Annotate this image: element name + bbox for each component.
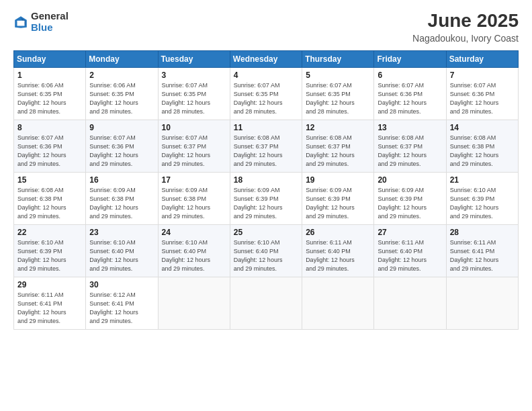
svg-rect-2	[17, 20, 25, 26]
header-saturday: Saturday	[446, 50, 518, 67]
header-wednesday: Wednesday	[230, 50, 302, 67]
table-row: 23Sunrise: 6:10 AM Sunset: 6:40 PM Dayli…	[86, 224, 158, 277]
day-info: Sunrise: 6:07 AM Sunset: 6:36 PM Dayligh…	[378, 81, 442, 116]
day-info: Sunrise: 6:10 AM Sunset: 6:39 PM Dayligh…	[450, 186, 515, 221]
day-number: 17	[162, 175, 226, 185]
table-row: 26Sunrise: 6:11 AM Sunset: 6:40 PM Dayli…	[302, 224, 374, 277]
table-row: 15Sunrise: 6:08 AM Sunset: 6:38 PM Dayli…	[14, 172, 86, 224]
table-row: 28Sunrise: 6:11 AM Sunset: 6:41 PM Dayli…	[446, 224, 518, 277]
day-info: Sunrise: 6:08 AM Sunset: 6:37 PM Dayligh…	[306, 134, 370, 169]
table-row: 5Sunrise: 6:07 AM Sunset: 6:35 PM Daylig…	[302, 67, 374, 120]
day-info: Sunrise: 6:09 AM Sunset: 6:39 PM Dayligh…	[378, 186, 442, 221]
day-number: 7	[450, 71, 515, 80]
day-number: 13	[378, 123, 442, 132]
day-info: Sunrise: 6:06 AM Sunset: 6:35 PM Dayligh…	[17, 81, 82, 116]
table-row: 16Sunrise: 6:09 AM Sunset: 6:38 PM Dayli…	[86, 172, 158, 224]
header-sunday: Sunday	[14, 50, 86, 67]
day-number: 24	[162, 228, 226, 237]
month-title: June 2025	[412, 11, 519, 32]
day-info: Sunrise: 6:08 AM Sunset: 6:38 PM Dayligh…	[17, 186, 82, 221]
table-row: 18Sunrise: 6:09 AM Sunset: 6:39 PM Dayli…	[230, 172, 302, 224]
day-number: 14	[450, 123, 515, 132]
day-info: Sunrise: 6:11 AM Sunset: 6:41 PM Dayligh…	[450, 238, 515, 273]
calendar-header-row: Sunday Monday Tuesday Wednesday Thursday…	[14, 50, 519, 67]
day-number: 15	[17, 175, 82, 185]
day-info: Sunrise: 6:07 AM Sunset: 6:36 PM Dayligh…	[17, 134, 82, 169]
header: General Blue June 2025 Nagadoukou, Ivory…	[13, 11, 519, 44]
day-number: 3	[162, 71, 226, 80]
table-row: 10Sunrise: 6:07 AM Sunset: 6:37 PM Dayli…	[158, 120, 230, 172]
day-info: Sunrise: 6:10 AM Sunset: 6:40 PM Dayligh…	[234, 238, 298, 273]
calendar-table: Sunday Monday Tuesday Wednesday Thursday…	[13, 50, 519, 330]
day-info: Sunrise: 6:07 AM Sunset: 6:35 PM Dayligh…	[306, 81, 370, 116]
table-row: 19Sunrise: 6:09 AM Sunset: 6:39 PM Dayli…	[302, 172, 374, 224]
table-row	[230, 277, 302, 329]
day-info: Sunrise: 6:09 AM Sunset: 6:39 PM Dayligh…	[234, 186, 298, 221]
day-info: Sunrise: 6:11 AM Sunset: 6:40 PM Dayligh…	[378, 238, 442, 273]
day-number: 11	[234, 123, 298, 132]
table-row	[446, 277, 518, 329]
header-friday: Friday	[374, 50, 446, 67]
day-number: 25	[234, 228, 298, 237]
calendar-week-1: 1Sunrise: 6:06 AM Sunset: 6:35 PM Daylig…	[14, 67, 519, 120]
table-row	[158, 277, 230, 329]
logo: General Blue	[13, 11, 69, 33]
day-info: Sunrise: 6:10 AM Sunset: 6:40 PM Dayligh…	[162, 238, 226, 273]
table-row: 30Sunrise: 6:12 AM Sunset: 6:41 PM Dayli…	[86, 277, 158, 329]
day-number: 22	[17, 228, 82, 237]
day-number: 18	[234, 175, 298, 185]
calendar-week-5: 29Sunrise: 6:11 AM Sunset: 6:41 PM Dayli…	[14, 277, 519, 329]
page: General Blue June 2025 Nagadoukou, Ivory…	[0, 0, 532, 411]
table-row: 29Sunrise: 6:11 AM Sunset: 6:41 PM Dayli…	[14, 277, 86, 329]
table-row: 24Sunrise: 6:10 AM Sunset: 6:40 PM Dayli…	[158, 224, 230, 277]
table-row: 6Sunrise: 6:07 AM Sunset: 6:36 PM Daylig…	[374, 67, 446, 120]
table-row: 27Sunrise: 6:11 AM Sunset: 6:40 PM Dayli…	[374, 224, 446, 277]
day-info: Sunrise: 6:11 AM Sunset: 6:41 PM Dayligh…	[17, 291, 82, 326]
day-info: Sunrise: 6:07 AM Sunset: 6:36 PM Dayligh…	[89, 134, 154, 169]
table-row: 1Sunrise: 6:06 AM Sunset: 6:35 PM Daylig…	[14, 67, 86, 120]
table-row: 8Sunrise: 6:07 AM Sunset: 6:36 PM Daylig…	[14, 120, 86, 172]
logo-general: General	[31, 11, 69, 22]
day-number: 9	[89, 123, 154, 132]
day-number: 4	[234, 71, 298, 80]
day-number: 16	[89, 175, 154, 185]
day-info: Sunrise: 6:11 AM Sunset: 6:40 PM Dayligh…	[306, 238, 370, 273]
table-row: 17Sunrise: 6:09 AM Sunset: 6:38 PM Dayli…	[158, 172, 230, 224]
table-row: 2Sunrise: 6:06 AM Sunset: 6:35 PM Daylig…	[86, 67, 158, 120]
day-number: 27	[378, 228, 442, 237]
table-row: 22Sunrise: 6:10 AM Sunset: 6:39 PM Dayli…	[14, 224, 86, 277]
day-number: 8	[17, 123, 82, 132]
day-number: 23	[89, 228, 154, 237]
day-number: 1	[17, 71, 82, 80]
day-info: Sunrise: 6:07 AM Sunset: 6:37 PM Dayligh…	[162, 134, 226, 169]
header-tuesday: Tuesday	[158, 50, 230, 67]
day-number: 12	[306, 123, 370, 132]
day-info: Sunrise: 6:08 AM Sunset: 6:37 PM Dayligh…	[234, 134, 298, 169]
day-number: 10	[162, 123, 226, 132]
day-number: 6	[378, 71, 442, 80]
table-row	[302, 277, 374, 329]
day-info: Sunrise: 6:12 AM Sunset: 6:41 PM Dayligh…	[89, 291, 154, 326]
day-info: Sunrise: 6:09 AM Sunset: 6:39 PM Dayligh…	[306, 186, 370, 221]
day-number: 26	[306, 228, 370, 237]
table-row	[374, 277, 446, 329]
location-title: Nagadoukou, Ivory Coast	[412, 33, 519, 44]
table-row: 11Sunrise: 6:08 AM Sunset: 6:37 PM Dayli…	[230, 120, 302, 172]
header-monday: Monday	[86, 50, 158, 67]
table-row: 12Sunrise: 6:08 AM Sunset: 6:37 PM Dayli…	[302, 120, 374, 172]
day-number: 20	[378, 175, 442, 185]
day-info: Sunrise: 6:07 AM Sunset: 6:35 PM Dayligh…	[234, 81, 298, 116]
table-row: 20Sunrise: 6:09 AM Sunset: 6:39 PM Dayli…	[374, 172, 446, 224]
day-info: Sunrise: 6:10 AM Sunset: 6:40 PM Dayligh…	[89, 238, 154, 273]
day-info: Sunrise: 6:07 AM Sunset: 6:36 PM Dayligh…	[450, 81, 515, 116]
table-row: 4Sunrise: 6:07 AM Sunset: 6:35 PM Daylig…	[230, 67, 302, 120]
day-info: Sunrise: 6:08 AM Sunset: 6:38 PM Dayligh…	[450, 134, 515, 169]
table-row: 25Sunrise: 6:10 AM Sunset: 6:40 PM Dayli…	[230, 224, 302, 277]
table-row: 7Sunrise: 6:07 AM Sunset: 6:36 PM Daylig…	[446, 67, 518, 120]
logo-icon	[13, 15, 28, 30]
calendar-week-3: 15Sunrise: 6:08 AM Sunset: 6:38 PM Dayli…	[14, 172, 519, 224]
day-info: Sunrise: 6:06 AM Sunset: 6:35 PM Dayligh…	[89, 81, 154, 116]
day-number: 29	[17, 280, 82, 289]
table-row: 13Sunrise: 6:08 AM Sunset: 6:37 PM Dayli…	[374, 120, 446, 172]
day-number: 19	[306, 175, 370, 185]
